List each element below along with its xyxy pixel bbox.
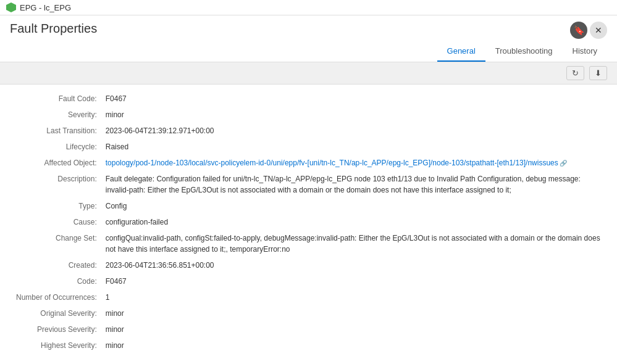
property-value: 2023-06-04T21:36:56.851+00:00 <box>102 257 605 273</box>
table-row: Previous Severity:minor <box>12 321 605 337</box>
table-row: Cause:configuration-failed <box>12 214 605 230</box>
tabs: General Troubleshooting History <box>437 41 607 62</box>
property-value: F0467 <box>102 91 605 107</box>
property-label: Original Severity: <box>12 305 102 321</box>
content: Fault Code:F0467Severity:minorLast Trans… <box>0 85 617 364</box>
table-row: Original Severity:minor <box>12 305 605 321</box>
property-label: Number of Occurrences: <box>12 289 102 305</box>
property-label: Code: <box>12 273 102 289</box>
property-value: minor <box>102 305 605 321</box>
property-value: Fault delegate: Configuration failed for… <box>102 171 605 198</box>
table-row: Number of Occurrences:1 <box>12 289 605 305</box>
tab-troubleshooting[interactable]: Troubleshooting <box>485 41 563 62</box>
table-row: Code:F0467 <box>12 273 605 289</box>
property-label: Last Transition: <box>12 123 102 139</box>
property-label: Lifecycle: <box>12 139 102 155</box>
property-value: configQual:invalid-path, configSt:failed… <box>102 230 605 257</box>
table-row: Lifecycle:Raised <box>12 139 605 155</box>
property-label: Type: <box>12 198 102 214</box>
property-value: minor <box>102 337 605 354</box>
refresh-icon: ↻ <box>572 68 579 78</box>
download-button[interactable]: ⬇ <box>589 66 607 80</box>
property-label: Affected Object: <box>12 155 102 171</box>
header: Fault Properties 🔖 ✕ General Troubleshoo… <box>0 15 617 62</box>
property-value: 2023-06-04T21:39:12.971+00:00 <box>102 123 605 139</box>
title-bar: EPG - lc_EPG <box>0 0 617 15</box>
table-row: Affected Object:topology/pod-1/node-103/… <box>12 155 605 171</box>
property-label: Severity: <box>12 107 102 123</box>
property-label: Highest Severity: <box>12 337 102 354</box>
header-right: 🔖 ✕ General Troubleshooting History <box>437 22 607 62</box>
property-value: minor <box>102 107 605 123</box>
table-row: Created:2023-06-04T21:36:56.851+00:00 <box>12 257 605 273</box>
tab-history[interactable]: History <box>563 41 607 62</box>
property-value: Raised <box>102 139 605 155</box>
property-label: Description: <box>12 171 102 198</box>
property-label: Previous Severity: <box>12 321 102 337</box>
tab-general[interactable]: General <box>437 41 485 62</box>
page-title: Fault Properties <box>10 22 97 42</box>
table-row: Change Set:configQual:invalid-path, conf… <box>12 230 605 257</box>
property-value: Config <box>102 198 605 214</box>
table-row: Fault Code:F0467 <box>12 91 605 107</box>
toolbar: ↻ ⬇ <box>0 62 617 85</box>
property-value: configuration-failed <box>102 214 605 230</box>
close-button[interactable]: ✕ <box>590 22 607 39</box>
property-label: Cause: <box>12 214 102 230</box>
property-label: Fault Code: <box>12 91 102 107</box>
header-icons: 🔖 ✕ <box>570 22 607 39</box>
table-row: Description:Fault delegate: Configuratio… <box>12 171 605 198</box>
title-bar-text: EPG - lc_EPG <box>20 3 71 12</box>
property-value[interactable]: topology/pod-1/node-103/local/svc-policy… <box>102 155 605 171</box>
external-link-icon: 🔗 <box>560 159 567 168</box>
property-table: Fault Code:F0467Severity:minorLast Trans… <box>12 91 605 354</box>
property-label: Created: <box>12 257 102 273</box>
refresh-button[interactable]: ↻ <box>566 66 584 80</box>
table-row: Type:Config <box>12 198 605 214</box>
table-row: Last Transition:2023-06-04T21:39:12.971+… <box>12 123 605 139</box>
download-icon: ⬇ <box>595 68 602 78</box>
epg-icon <box>6 2 16 12</box>
property-value: 1 <box>102 289 605 305</box>
table-row: Severity:minor <box>12 107 605 123</box>
table-row: Highest Severity:minor <box>12 337 605 354</box>
property-label: Change Set: <box>12 230 102 257</box>
affected-object-link[interactable]: topology/pod-1/node-103/local/svc-policy… <box>106 159 558 167</box>
property-value: minor <box>102 321 605 337</box>
property-value: F0467 <box>102 273 605 289</box>
bookmark-button[interactable]: 🔖 <box>570 22 587 39</box>
